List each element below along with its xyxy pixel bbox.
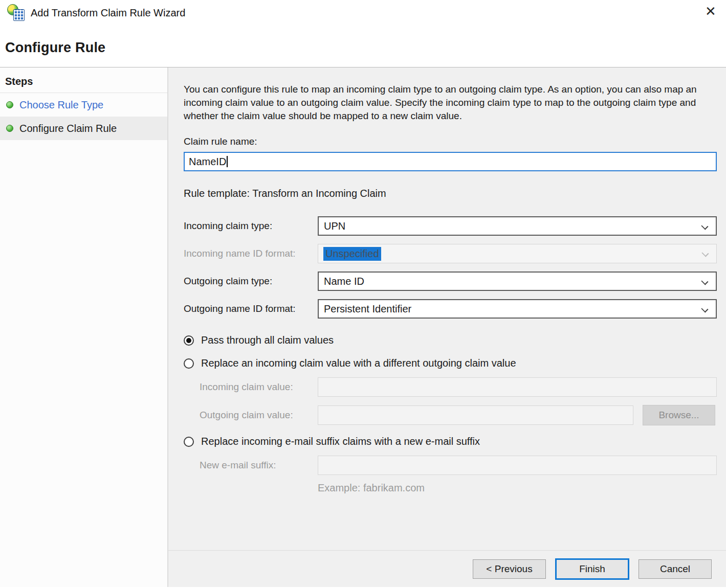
incoming-claim-type-label: Incoming claim type: [184, 220, 318, 232]
claim-rule-name-label: Claim rule name: [184, 136, 726, 147]
chevron-down-icon [701, 222, 708, 230]
new-email-suffix-label: New e-mail suffix: [200, 460, 318, 471]
outgoing-name-id-format-dropdown[interactable]: Persistent Identifier [318, 299, 717, 319]
incoming-claim-value-input [318, 377, 717, 397]
sidebar-item-choose-rule-type[interactable]: Choose Rule Type [0, 93, 167, 117]
option-replace-claim-value-label: Replace an incoming claim value with a d… [201, 357, 516, 369]
chevron-down-icon [701, 305, 708, 312]
new-email-suffix-input [318, 456, 717, 475]
option-pass-through[interactable]: Pass through all claim values [184, 334, 726, 346]
claim-rule-name-value: NameID [189, 156, 226, 168]
incoming-name-id-format-dropdown: Unspecified [318, 244, 717, 263]
outgoing-claim-type-value: Name ID [324, 276, 364, 287]
outgoing-claim-type-dropdown[interactable]: Name ID [318, 272, 717, 291]
previous-button[interactable]: < Previous [473, 559, 546, 579]
step-bullet-icon [6, 125, 13, 132]
option-replace-email-suffix[interactable]: Replace incoming e-mail suffix claims wi… [184, 436, 726, 447]
incoming-claim-value-label: Incoming claim value: [200, 381, 318, 393]
sidebar-item-label: Configure Claim Rule [19, 123, 117, 134]
text-caret [227, 156, 228, 167]
outgoing-name-id-format-value: Persistent Identifier [324, 303, 411, 315]
finish-button[interactable]: Finish [555, 558, 629, 580]
main-panel: You can configure this rule to map an in… [168, 67, 726, 587]
incoming-name-id-format-label: Incoming name ID format: [184, 248, 318, 259]
option-replace-claim-value[interactable]: Replace an incoming claim value with a d… [184, 357, 726, 369]
option-pass-through-label: Pass through all claim values [201, 334, 334, 346]
step-bullet-icon [6, 101, 13, 108]
incoming-name-id-format-row: Incoming name ID format: Unspecified [184, 244, 717, 263]
building-icon [13, 9, 25, 21]
incoming-claim-value-row: Incoming claim value: [200, 377, 717, 397]
radio-unselected-icon[interactable] [184, 358, 194, 369]
incoming-name-id-format-value: Unspecified [323, 247, 381, 261]
wizard-body: Steps Choose Rule Type Configure Claim R… [0, 67, 726, 587]
browse-button: Browse... [643, 405, 715, 425]
incoming-claim-type-row: Incoming claim type: UPN [184, 216, 717, 236]
incoming-claim-type-dropdown[interactable]: UPN [318, 216, 717, 236]
close-icon[interactable]: ✕ [701, 2, 720, 20]
outgoing-name-id-format-row: Outgoing name ID format: Persistent Iden… [184, 299, 717, 319]
outgoing-claim-type-row: Outgoing claim type: Name ID [184, 272, 717, 291]
outgoing-claim-value-label: Outgoing claim value: [200, 410, 318, 421]
claim-type-fields: Incoming claim type: UPN Incoming name I… [184, 216, 717, 319]
outgoing-claim-value-row: Outgoing claim value: Browse... [200, 405, 717, 425]
new-email-suffix-row: New e-mail suffix: [200, 456, 717, 475]
claim-rule-wizard-icon [7, 4, 26, 22]
rule-template-text: Rule template: Transform an Incoming Cla… [184, 188, 726, 199]
steps-sidebar: Steps Choose Rule Type Configure Claim R… [0, 67, 168, 587]
page-title: Configure Rule [0, 26, 726, 56]
rule-description: You can configure this rule to map an in… [184, 83, 701, 123]
sidebar-item-label: Choose Rule Type [19, 99, 103, 111]
chevron-down-icon [701, 250, 709, 257]
claim-rule-name-input[interactable]: NameID [184, 152, 717, 171]
title-bar: Add Transform Claim Rule Wizard ✕ [0, 0, 726, 26]
option-replace-email-suffix-label: Replace incoming e-mail suffix claims wi… [201, 436, 480, 447]
window-title: Add Transform Claim Rule Wizard [31, 7, 185, 19]
wizard-footer: < Previous Finish Cancel [168, 550, 726, 587]
radio-selected-icon[interactable] [184, 335, 194, 346]
sidebar-item-configure-claim-rule[interactable]: Configure Claim Rule [0, 117, 167, 140]
chevron-down-icon [701, 278, 708, 285]
incoming-claim-type-value: UPN [324, 220, 345, 232]
radio-unselected-icon[interactable] [184, 437, 194, 447]
cancel-button[interactable]: Cancel [639, 559, 712, 579]
outgoing-claim-type-label: Outgoing claim type: [184, 276, 318, 287]
email-suffix-example: Example: fabrikam.com [318, 482, 726, 494]
outgoing-claim-value-input [318, 405, 633, 425]
outgoing-name-id-format-label: Outgoing name ID format: [184, 303, 318, 314]
steps-heading: Steps [0, 74, 167, 93]
